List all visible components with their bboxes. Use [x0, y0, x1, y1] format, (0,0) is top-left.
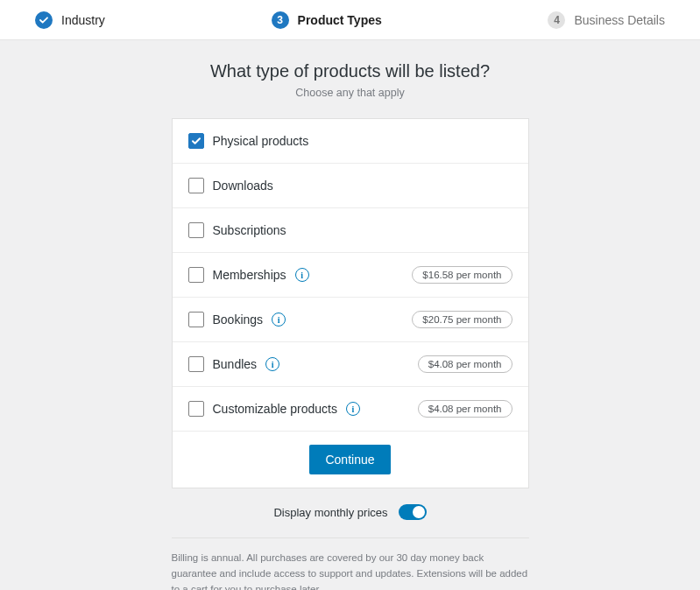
price-pill: $4.08 per month	[418, 400, 513, 418]
checkbox[interactable]	[188, 133, 204, 149]
price-pill: $16.58 per month	[412, 266, 512, 284]
checkbox[interactable]	[188, 312, 204, 327]
product-row-bundles[interactable]: Bundles i $4.08 per month	[173, 342, 528, 387]
info-icon[interactable]: i	[346, 402, 360, 416]
monthly-price-toggle[interactable]	[399, 504, 427, 520]
toggle-label: Display monthly prices	[273, 506, 387, 519]
product-label: Bundles	[213, 357, 258, 371]
step-industry[interactable]: Industry	[35, 11, 105, 29]
checkbox[interactable]	[188, 267, 204, 283]
product-label: Downloads	[213, 179, 273, 193]
price-pill: $20.75 per month	[412, 311, 512, 328]
product-row-physical[interactable]: Physical products	[173, 119, 528, 164]
product-label: Bookings	[213, 313, 264, 327]
step-label: Industry	[61, 13, 105, 27]
product-label: Memberships	[213, 268, 286, 282]
page-title: What type of products will be listed?	[0, 61, 700, 81]
product-row-subscriptions[interactable]: Subscriptions	[173, 208, 528, 253]
divider	[172, 537, 529, 538]
step-number-icon: 3	[272, 11, 289, 29]
price-pill: $4.08 per month	[418, 355, 513, 373]
info-icon[interactable]: i	[272, 313, 286, 327]
heading: What type of products will be listed? Ch…	[0, 61, 700, 99]
step-product-types[interactable]: 3 Product Types	[272, 11, 382, 29]
stage: What type of products will be listed? Ch…	[0, 40, 700, 590]
checkbox[interactable]	[188, 222, 204, 238]
step-business-details[interactable]: 4 Business Details	[548, 11, 665, 29]
step-label: Business Details	[574, 13, 665, 27]
checkbox[interactable]	[188, 356, 204, 372]
page-subtitle: Choose any that apply	[0, 87, 700, 99]
wizard-stepper: Industry 3 Product Types 4 Business Deta…	[0, 0, 700, 40]
checkbox[interactable]	[188, 401, 204, 417]
product-row-memberships[interactable]: Memberships i $16.58 per month	[173, 253, 528, 298]
product-label: Customizable products	[213, 402, 337, 416]
product-row-bookings[interactable]: Bookings i $20.75 per month	[173, 298, 528, 342]
product-row-downloads[interactable]: Downloads	[173, 164, 528, 208]
step-label: Product Types	[298, 13, 382, 27]
product-row-customizable[interactable]: Customizable products i $4.08 per month	[173, 387, 528, 432]
info-icon[interactable]: i	[295, 268, 309, 282]
product-types-panel: Physical products Downloads Subscription…	[172, 118, 529, 488]
product-label: Physical products	[213, 134, 309, 148]
check-icon	[35, 11, 53, 29]
continue-button[interactable]: Continue	[309, 445, 390, 474]
product-label: Subscriptions	[213, 223, 286, 237]
monthly-price-toggle-row: Display monthly prices	[0, 504, 700, 520]
step-number-icon: 4	[548, 11, 565, 29]
panel-footer: Continue	[173, 432, 528, 488]
info-icon[interactable]: i	[265, 357, 279, 371]
fine-print: Billing is annual. All purchases are cov…	[172, 551, 529, 590]
checkbox[interactable]	[188, 178, 204, 193]
